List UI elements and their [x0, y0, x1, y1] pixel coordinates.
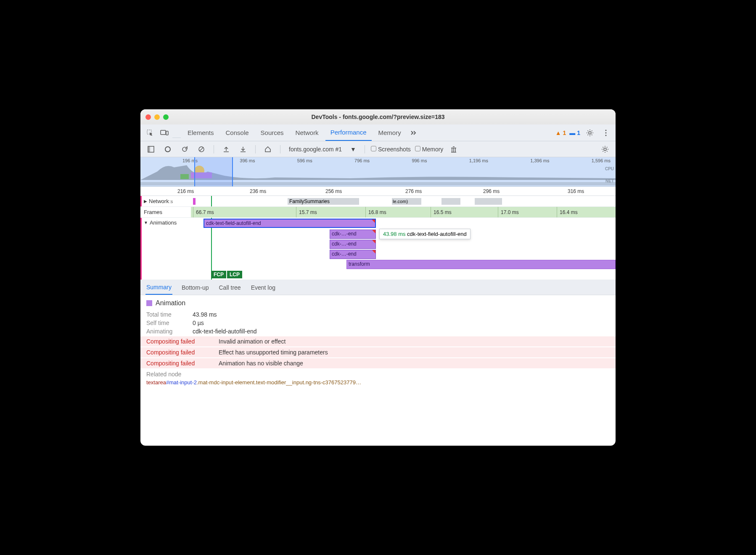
compositing-error: Compositing failedEffect has unsupported… [140, 347, 616, 357]
gear-icon[interactable] [584, 127, 596, 139]
device-icon[interactable] [158, 127, 171, 139]
separator [280, 145, 280, 153]
tab-elements[interactable]: Elements [182, 124, 219, 141]
svg-rect-2 [166, 131, 168, 135]
separator [255, 145, 256, 153]
memory-checkbox[interactable]: Memory [415, 146, 444, 153]
tab-sources[interactable]: Sources [256, 124, 289, 141]
svg-point-6 [605, 135, 607, 136]
animations-track[interactable]: ▼Animations cdk-text-field-autofill-end … [140, 218, 616, 280]
self-time-value: 0 µs [193, 320, 204, 326]
net-request-2[interactable]: le.com) [392, 198, 421, 205]
lcp-marker[interactable]: LCP [227, 271, 242, 278]
screenshots-checkbox[interactable]: Screenshots [371, 146, 411, 153]
svg-point-3 [589, 132, 591, 134]
garbage-icon[interactable] [447, 143, 460, 156]
animation-bar[interactable]: cdk-…-end [330, 240, 376, 249]
upload-icon[interactable] [220, 143, 233, 156]
svg-rect-1 [161, 130, 166, 135]
summary-panel: Animation Total time43.98 ms Self time0 … [140, 295, 616, 390]
detail-ruler[interactable]: 216 ms 236 ms 256 ms 276 ms 296 ms 316 m… [140, 187, 616, 196]
perf-toolbar: fonts.google.com #1▼ Screenshots Memory [140, 141, 616, 157]
messages-badge[interactable]: ▬ 1 [569, 130, 580, 136]
window-title: DevTools - fonts.google.com/?preview.siz… [311, 114, 444, 120]
animation-bar[interactable]: cdk-…-end [330, 250, 376, 259]
animating-value: cdk-text-field-autofill-end [193, 328, 257, 335]
kebab-icon[interactable] [600, 127, 612, 139]
tab-console[interactable]: Console [221, 124, 254, 141]
overview-selection[interactable] [194, 157, 233, 186]
separator [365, 145, 365, 153]
svg-point-4 [605, 130, 607, 131]
animation-swatch [146, 300, 152, 306]
tab-eventlog[interactable]: Event log [250, 281, 276, 294]
total-time-value: 43.98 ms [193, 311, 217, 318]
more-tabs-icon[interactable] [408, 127, 420, 139]
net-request-4[interactable] [475, 198, 502, 205]
animation-bar[interactable]: cdk-…-end [330, 230, 376, 239]
summary-tabs: Summary Bottom-up Call tree Event log [140, 280, 616, 295]
compositing-error: Compositing failedAnimation has no visib… [140, 358, 616, 368]
net-request-3[interactable] [441, 198, 460, 205]
svg-point-5 [605, 132, 607, 133]
recording-select[interactable]: fonts.google.com #1▼ [286, 145, 359, 153]
inspect-icon[interactable] [144, 127, 156, 139]
cpu-label: CPU [605, 166, 614, 171]
animation-bar[interactable]: cdk-text-field-autofill-end [204, 219, 376, 228]
svg-line-11 [200, 148, 203, 151]
titlebar: DevTools - fonts.google.com/?preview.siz… [140, 109, 616, 124]
clear-icon[interactable] [195, 143, 208, 156]
separator [214, 145, 214, 153]
related-node-link[interactable]: textarea#mat-input-2.mat-mdc-input-eleme… [146, 379, 610, 386]
devtools-tabs: Elements Console Sources Network Perform… [140, 124, 616, 141]
svg-rect-8 [148, 146, 150, 152]
traffic-lights [145, 114, 169, 120]
frames-track[interactable]: Frames 66.7 ms 15.7 ms 16.8 ms 16.5 ms 1… [140, 207, 616, 218]
tooltip: 43.98 ms cdk-text-field-autofill-end [379, 229, 471, 239]
tab-summary[interactable]: Summary [145, 280, 172, 295]
paint-markers: FCP LCP [211, 271, 242, 278]
summary-heading: Animation [156, 299, 185, 307]
close-icon[interactable] [145, 114, 151, 120]
net-label: NET [605, 179, 614, 183]
tab-memory[interactable]: Memory [373, 124, 406, 141]
tab-bottomup[interactable]: Bottom-up [181, 281, 210, 294]
svg-point-9 [165, 147, 170, 152]
toggle-sidebar-icon[interactable] [145, 143, 157, 156]
tab-performance[interactable]: Performance [325, 124, 372, 141]
separator [172, 128, 181, 138]
minimize-icon[interactable] [154, 114, 160, 120]
home-icon[interactable] [262, 143, 274, 156]
net-request-marker [193, 198, 196, 205]
svg-rect-15 [180, 174, 189, 179]
download-icon[interactable] [237, 143, 249, 156]
record-icon[interactable] [161, 143, 174, 156]
settings-gear-icon[interactable] [599, 143, 611, 156]
reload-icon[interactable] [178, 143, 191, 156]
tab-calltree[interactable]: Call tree [218, 281, 242, 294]
compositing-error: Compositing failedInvalid animation or e… [140, 336, 616, 346]
svg-point-12 [604, 148, 606, 151]
fcp-marker[interactable]: FCP [211, 271, 226, 278]
maximize-icon[interactable] [163, 114, 169, 120]
network-track[interactable]: ▶Network:s FamilySummaries le.com) [140, 196, 616, 207]
animation-bar-transform[interactable]: transform [346, 260, 616, 269]
overview-timeline[interactable]: 196 ms396 ms596 ms796 ms996 ms1,196 ms1,… [140, 157, 616, 187]
tab-network[interactable]: Network [291, 124, 324, 141]
warnings-badge[interactable]: ▲ 1 [555, 130, 566, 136]
net-request[interactable]: FamilySummaries [288, 198, 359, 205]
